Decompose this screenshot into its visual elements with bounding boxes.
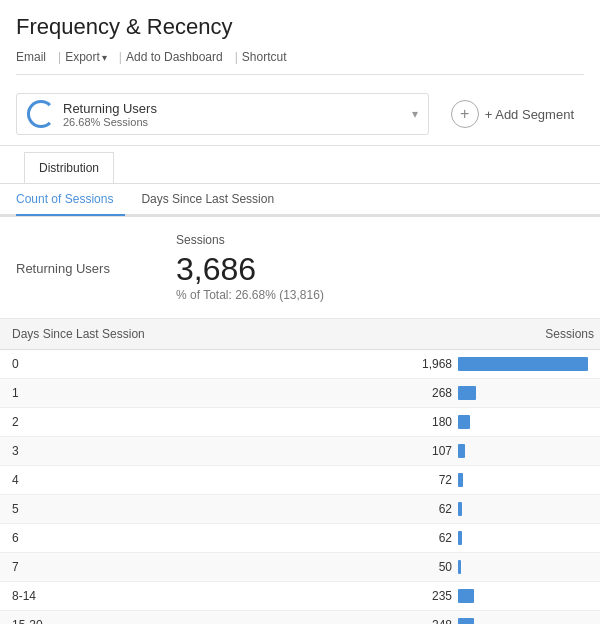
segment-info: Returning Users 26.68% Sessions (63, 101, 404, 128)
add-segment-button[interactable]: + + Add Segment (441, 94, 584, 134)
divider-1: | (58, 50, 61, 64)
table-row: 3 107 (0, 437, 600, 466)
sessions-cell: 235 (265, 582, 600, 611)
divider-2: | (119, 50, 122, 64)
divider-3: | (235, 50, 238, 64)
metric-subtext: % of Total: 26.68% (13,816) (176, 288, 584, 302)
tabs-section: Distribution Count of Sessions Days Sinc… (0, 146, 600, 217)
table-row: 8-14 235 (0, 582, 600, 611)
metric-section: Returning Users Sessions 3,686 % of Tota… (0, 217, 600, 319)
toolbar: Email | Export ▾ | Add to Dashboard | Sh… (16, 48, 584, 75)
segment-percent: 26.68% Sessions (63, 116, 404, 128)
bar-wrapper (458, 444, 588, 458)
metric-col-header: Sessions (176, 233, 584, 247)
col-header-days: Days Since Last Session (0, 319, 265, 350)
session-number: 50 (414, 560, 452, 574)
table-section: Days Since Last Session Sessions 0 1,968… (0, 319, 600, 624)
export-chevron-icon: ▾ (102, 52, 107, 63)
session-number: 248 (414, 618, 452, 624)
bar-wrapper (458, 386, 588, 400)
bar (458, 502, 462, 516)
segment-selector[interactable]: Returning Users 26.68% Sessions ▾ (16, 93, 429, 135)
sub-tab-count-sessions[interactable]: Count of Sessions (16, 184, 125, 216)
sessions-cell: 62 (265, 495, 600, 524)
bar-wrapper (458, 560, 588, 574)
data-table: Days Since Last Session Sessions 0 1,968… (0, 319, 600, 624)
sub-tabs: Count of Sessions Days Since Last Sessio… (0, 184, 600, 216)
session-number: 72 (414, 473, 452, 487)
bar-wrapper (458, 473, 588, 487)
sub-tab-days-since[interactable]: Days Since Last Session (125, 184, 286, 214)
sessions-cell: 107 (265, 437, 600, 466)
day-cell: 0 (0, 350, 265, 379)
day-cell: 4 (0, 466, 265, 495)
add-dashboard-button[interactable]: Add to Dashboard (126, 48, 231, 66)
bar (458, 444, 465, 458)
bar-wrapper (458, 618, 588, 624)
page-title: Frequency & Recency (16, 14, 584, 40)
bar (458, 415, 470, 429)
bar (458, 386, 476, 400)
table-row: 5 62 (0, 495, 600, 524)
export-button[interactable]: Export ▾ (65, 48, 115, 66)
day-cell: 5 (0, 495, 265, 524)
bar (458, 473, 463, 487)
session-number: 235 (414, 589, 452, 603)
table-row: 1 268 (0, 379, 600, 408)
table-row: 7 50 (0, 553, 600, 582)
sessions-cell: 62 (265, 524, 600, 553)
session-number: 180 (414, 415, 452, 429)
day-cell: 15-30 (0, 611, 265, 625)
session-number: 62 (414, 502, 452, 516)
day-cell: 7 (0, 553, 265, 582)
table-row: 2 180 (0, 408, 600, 437)
sessions-cell: 180 (265, 408, 600, 437)
bar (458, 560, 461, 574)
session-number: 62 (414, 531, 452, 545)
bar (458, 618, 474, 624)
day-cell: 1 (0, 379, 265, 408)
tab-distribution[interactable]: Distribution (24, 152, 114, 183)
session-number: 1,968 (414, 357, 452, 371)
segment-name: Returning Users (63, 101, 404, 116)
metric-label: Returning Users (16, 233, 156, 302)
day-cell: 8-14 (0, 582, 265, 611)
sessions-cell: 72 (265, 466, 600, 495)
email-button[interactable]: Email (16, 48, 54, 66)
bar-wrapper (458, 531, 588, 545)
page-header: Frequency & Recency Email | Export ▾ | A… (0, 0, 600, 83)
sessions-cell: 248 (265, 611, 600, 625)
add-segment-circle-icon: + (451, 100, 479, 128)
segment-circle-icon (27, 100, 55, 128)
metric-number: 3,686 (176, 251, 584, 288)
bar (458, 531, 462, 545)
table-row: 0 1,968 (0, 350, 600, 379)
table-row: 6 62 (0, 524, 600, 553)
segment-row: Returning Users 26.68% Sessions ▾ + + Ad… (0, 83, 600, 146)
segment-chevron-icon: ▾ (412, 107, 418, 121)
day-cell: 3 (0, 437, 265, 466)
bar-wrapper (458, 415, 588, 429)
session-number: 107 (414, 444, 452, 458)
sessions-cell: 1,968 (265, 350, 600, 379)
table-row: 4 72 (0, 466, 600, 495)
bar-wrapper (458, 357, 588, 371)
sessions-cell: 50 (265, 553, 600, 582)
shortcut-button[interactable]: Shortcut (242, 48, 295, 66)
session-number: 268 (414, 386, 452, 400)
col-header-sessions: Sessions (265, 319, 600, 350)
bar (458, 589, 474, 603)
metric-value-col: Sessions 3,686 % of Total: 26.68% (13,81… (176, 233, 584, 302)
bar (458, 357, 588, 371)
sessions-cell: 268 (265, 379, 600, 408)
day-cell: 2 (0, 408, 265, 437)
table-row: 15-30 248 (0, 611, 600, 625)
day-cell: 6 (0, 524, 265, 553)
bar-wrapper (458, 589, 588, 603)
bar-wrapper (458, 502, 588, 516)
